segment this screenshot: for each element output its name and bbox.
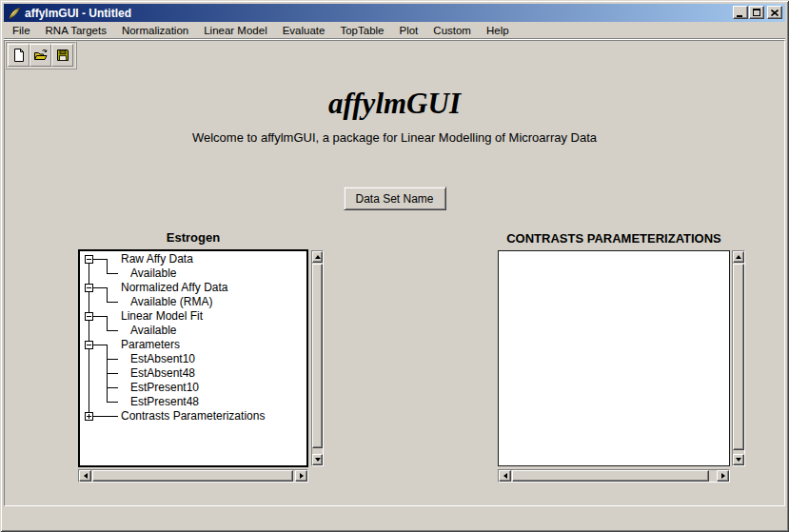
menu-item-linear-model[interactable]: Linear Model [196, 23, 274, 38]
minus-glyph [87, 316, 91, 317]
tree-line [93, 259, 108, 260]
estrogen-tree: Raw Affy DataAvailableNormalized Affy Da… [80, 251, 306, 465]
minimize-button[interactable] [733, 6, 748, 19]
tree-line [93, 316, 108, 317]
minus-glyph [87, 345, 91, 345]
new-file-icon [11, 48, 27, 63]
scroll-down-button[interactable] [312, 454, 323, 465]
menu-item-rna-targets[interactable]: RNA Targets [38, 23, 114, 38]
save-file-button[interactable] [51, 44, 73, 67]
tree-line [93, 416, 118, 417]
tree-collapse-box[interactable] [85, 341, 93, 349]
arrow-down-icon [315, 458, 321, 462]
scrollbar-thumb[interactable] [733, 264, 744, 450]
tree-node-label[interactable]: Normalized Affy Data [121, 281, 228, 295]
save-floppy-icon [55, 48, 70, 63]
welcome-text: Welcome to affylmGUI, a package for Line… [5, 130, 784, 145]
menu-item-custom[interactable]: Custom [425, 23, 479, 38]
tk-feather-icon [7, 6, 22, 21]
tree-line [107, 373, 118, 374]
tree-line [93, 287, 108, 288]
estrogen-panel-title: Estrogen [78, 230, 308, 245]
scrollbar-thumb[interactable] [312, 264, 323, 448]
minimize-icon [737, 15, 742, 17]
scroll-right-button[interactable] [295, 470, 307, 482]
estrogen-tree-listbox[interactable]: Raw Affy DataAvailableNormalized Affy Da… [78, 249, 308, 467]
arrow-up-icon [736, 255, 741, 259]
tree-node-label[interactable]: Parameters [121, 338, 180, 352]
data-set-name-button[interactable]: Data Set Name [343, 187, 445, 210]
tree-line [107, 359, 118, 360]
arrow-down-icon [736, 458, 741, 462]
tree-node-label[interactable]: Available [130, 266, 176, 281]
tree-line [93, 345, 108, 345]
scroll-up-button[interactable] [733, 251, 744, 263]
tree-node-label[interactable]: Raw Affy Data [121, 252, 193, 266]
tree-node-label[interactable]: EstPresent10 [130, 381, 199, 395]
open-file-button[interactable] [30, 44, 51, 67]
maximize-button[interactable] [749, 6, 764, 19]
arrow-left-icon [503, 473, 507, 479]
contrasts-panel-title: CONTRASTS PARAMETERIZATIONS [498, 231, 730, 246]
toolbar [5, 41, 77, 69]
scroll-down-button[interactable] [733, 454, 744, 465]
close-icon [771, 10, 779, 16]
estrogen-horizontal-scrollbar[interactable] [78, 469, 308, 483]
scroll-up-button[interactable] [312, 251, 323, 263]
tree-node-label[interactable]: Contrasts Parameterizations [121, 409, 265, 424]
tree-line [107, 273, 118, 274]
tree-line [89, 259, 89, 416]
tree-line [107, 402, 118, 403]
plus-glyph [89, 414, 89, 419]
minus-glyph [87, 259, 91, 260]
menu-item-toptable[interactable]: TopTable [332, 23, 391, 38]
scrollbar-thumb[interactable] [92, 470, 293, 482]
tree-expand-box[interactable] [85, 412, 93, 421]
page-title: affylmGUI [5, 87, 784, 121]
arrow-right-icon [300, 473, 304, 479]
tree-node-label[interactable]: Linear Model Fit [121, 309, 203, 324]
tree-line [107, 387, 118, 388]
tree-node-label[interactable]: Available (RMA) [130, 295, 212, 309]
title-bar[interactable]: affylmGUI - Untitled [4, 4, 785, 22]
scroll-right-button[interactable] [717, 470, 729, 482]
tree-line [107, 316, 108, 331]
tree-node-label[interactable]: Available [130, 324, 176, 338]
tree-node-label[interactable]: EstAbsent48 [130, 366, 195, 381]
scroll-left-button[interactable] [79, 470, 91, 482]
contrasts-listbox[interactable] [498, 250, 730, 466]
open-folder-icon [33, 48, 49, 63]
menu-item-file[interactable]: File [5, 23, 38, 38]
arrow-left-icon [84, 473, 88, 479]
menu-item-help[interactable]: Help [479, 23, 517, 38]
menu-item-plot[interactable]: Plot [392, 23, 426, 38]
tree-node-label[interactable]: EstAbsent10 [130, 352, 195, 366]
scroll-left-button[interactable] [499, 470, 511, 482]
tree-collapse-box[interactable] [85, 284, 93, 292]
arrow-up-icon [315, 255, 321, 259]
window-controls [733, 6, 782, 19]
tree-line [107, 287, 108, 303]
tree-collapse-box[interactable] [85, 312, 93, 321]
tree-node-label[interactable]: EstPresent48 [130, 395, 199, 409]
content-frame: affylmGUI Welcome to affylmGUI, a packag… [4, 40, 785, 506]
menu-item-normalization[interactable]: Normalization [114, 23, 196, 38]
maximize-icon [753, 9, 760, 16]
contrasts-vertical-scrollbar[interactable] [732, 250, 745, 466]
tree-line [107, 302, 118, 303]
contrasts-horizontal-scrollbar[interactable] [498, 469, 730, 483]
estrogen-vertical-scrollbar[interactable] [311, 250, 324, 466]
new-file-button[interactable] [8, 44, 30, 67]
minus-glyph [87, 287, 91, 288]
tree-collapse-box[interactable] [85, 255, 93, 264]
menu-bar: FileRNA TargetsNormalizationLinear Model… [4, 22, 785, 38]
window-title: affylmGUI - Untitled [25, 7, 131, 20]
menu-item-evaluate[interactable]: Evaluate [275, 23, 333, 38]
scrollbar-thumb[interactable] [512, 470, 709, 482]
tree-line [107, 259, 108, 274]
arrow-right-icon [721, 473, 725, 479]
tree-line [107, 330, 118, 331]
app-window: affylmGUI - Untitled FileRNA TargetsNorm… [0, 0, 789, 532]
close-button[interactable] [767, 6, 782, 19]
